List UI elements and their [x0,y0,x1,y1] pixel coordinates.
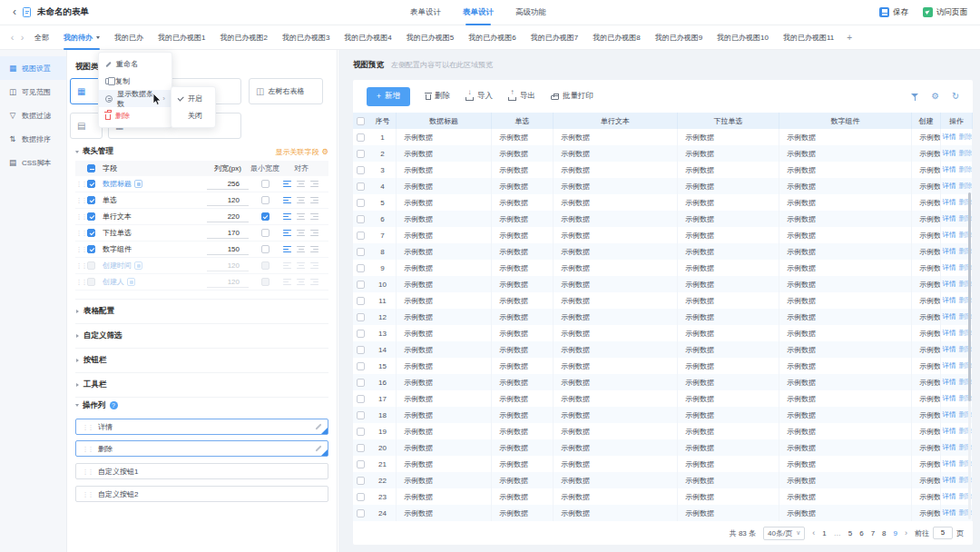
row-checkbox[interactable] [357,281,365,289]
sidebar-item-数据排序[interactable]: ⇅数据排序 [0,127,66,151]
action-item-自定义按钮1[interactable]: ⋮⋮自定义按钮1 [75,463,328,479]
row-checkbox[interactable] [357,346,365,354]
edit-pencil-icon[interactable] [315,445,321,451]
row-checkbox[interactable] [357,133,365,142]
row-detail-link[interactable]: 详情 [943,214,956,223]
select-all-checkbox[interactable] [87,164,95,172]
row-detail-link[interactable]: 详情 [943,427,956,436]
align-center-icon[interactable] [297,230,305,237]
row-detail-link[interactable]: 详情 [943,443,956,452]
next-page-icon[interactable]: › [905,528,907,537]
align-right-icon[interactable] [310,181,318,188]
row-delete-link[interactable]: 删除 [959,149,973,158]
row-checkbox[interactable] [357,182,365,191]
row-detail-link[interactable]: 详情 [943,182,956,191]
min-width-checkbox[interactable] [261,261,270,270]
header-management-section[interactable]: 表头管理 显示关联字段 ⚙ [75,146,328,157]
section-action-column[interactable]: 操作列 ? [75,397,328,413]
row-delete-link[interactable]: 删除 [959,133,973,142]
page-number[interactable]: 8 [882,529,886,537]
row-checkbox[interactable] [357,313,365,321]
view-tab[interactable]: 我的已办视图11 [783,25,834,50]
import-button[interactable]: 导入 [466,91,493,102]
edit-pencil-icon[interactable] [315,423,321,429]
row-delete-link[interactable]: 删除 [959,182,973,191]
row-detail-link[interactable]: 详情 [943,410,956,419]
drag-handle-icon[interactable]: ⋮⋮ [75,262,87,269]
align-right-icon[interactable] [310,230,318,237]
row-checkbox[interactable] [357,264,365,272]
row-checkbox[interactable] [357,330,365,338]
section-表格配置[interactable]: 表格配置 [75,299,328,323]
view-tab[interactable]: 我的已办视图2 [220,25,267,50]
align-center-icon[interactable] [297,246,305,253]
sidebar-item-CSS脚本[interactable]: ▤CSS脚本 [0,151,66,174]
field-visible-checkbox[interactable] [87,196,95,204]
save-button[interactable]: 保存 [879,7,908,18]
header-checkbox[interactable] [357,117,365,125]
view-tab[interactable]: 我的已办视图3 [282,25,329,50]
align-left-icon[interactable] [283,197,291,204]
align-left-icon[interactable] [283,279,291,286]
min-width-checkbox[interactable] [261,245,270,253]
drag-handle-icon[interactable]: ⋮⋮ [75,181,87,187]
view-tab[interactable]: 全部 [34,25,49,50]
row-detail-link[interactable]: 详情 [943,165,956,174]
refresh-icon[interactable]: ↻ [952,92,959,101]
row-detail-link[interactable]: 详情 [943,296,956,305]
show-related-fields-link[interactable]: 显示关联字段 ⚙ [275,147,328,157]
drag-handle-icon[interactable]: ⋮⋮ [75,246,87,252]
row-checkbox[interactable] [357,460,365,468]
view-tab[interactable]: 我的已办视图4 [344,25,391,50]
section-按钮栏[interactable]: 按钮栏 [75,348,328,372]
page-number[interactable]: 7 [871,529,875,537]
align-center-icon[interactable] [297,197,305,204]
align-right-icon[interactable] [310,279,318,286]
row-checkbox[interactable] [357,297,365,305]
view-tab[interactable]: 我的待办 [64,25,100,50]
view-type-card[interactable]: ◫左树右表格 [249,78,323,104]
align-left-icon[interactable] [283,262,291,270]
row-detail-link[interactable]: 详情 [943,329,956,338]
back-icon[interactable]: ‹ [13,6,16,17]
row-checkbox[interactable] [357,232,365,240]
row-checkbox[interactable] [357,477,365,485]
align-center-icon[interactable] [297,213,305,221]
align-left-icon[interactable] [283,213,291,221]
view-tab[interactable]: 我的已办视图9 [655,25,702,50]
menu-item-rename[interactable]: 重命名 [99,55,172,73]
row-detail-link[interactable]: 详情 [943,280,956,289]
row-checkbox[interactable] [357,199,365,207]
row-checkbox[interactable] [357,215,365,223]
column-width-input[interactable]: 256 [207,179,249,190]
column-width-input[interactable]: 120 [207,195,249,206]
align-right-icon[interactable] [310,213,318,221]
page-size-select[interactable]: 40条/页 ∨ [763,527,805,540]
drag-handle-icon[interactable]: ⋮⋮ [75,279,87,285]
column-width-input[interactable]: 120 [207,261,249,271]
align-center-icon[interactable] [297,262,305,270]
add-view-button[interactable]: + [847,33,852,43]
row-detail-link[interactable]: 详情 [943,378,956,387]
column-width-input[interactable]: 120 [207,277,249,288]
column-width-input[interactable]: 150 [207,244,249,255]
align-center-icon[interactable] [297,181,305,188]
view-tab[interactable]: 我的已办视图6 [468,25,515,50]
view-tab[interactable]: 我的已办视图5 [407,25,454,50]
topbar-tab[interactable]: 表单设计 [410,0,441,25]
row-checkbox[interactable] [357,379,365,387]
row-checkbox[interactable] [357,362,365,370]
drag-handle-icon[interactable]: ⋮⋮ [75,197,87,203]
row-detail-link[interactable]: 详情 [943,394,956,403]
min-width-checkbox[interactable] [261,212,270,221]
sidebar-item-数据过滤[interactable]: ▽数据过滤 [0,104,66,127]
tabs-scroll-right-icon[interactable]: › [17,33,27,43]
row-checkbox[interactable] [357,509,365,518]
page-number[interactable]: 6 [859,529,863,537]
view-tab[interactable]: 我的已办视图7 [531,25,578,50]
row-detail-link[interactable]: 详情 [943,231,956,240]
row-checkbox[interactable] [357,395,365,403]
export-button[interactable]: 导出 [508,91,535,102]
prev-page-icon[interactable]: ‹ [812,528,815,537]
drag-handle-icon[interactable]: ⋮⋮ [82,468,93,475]
